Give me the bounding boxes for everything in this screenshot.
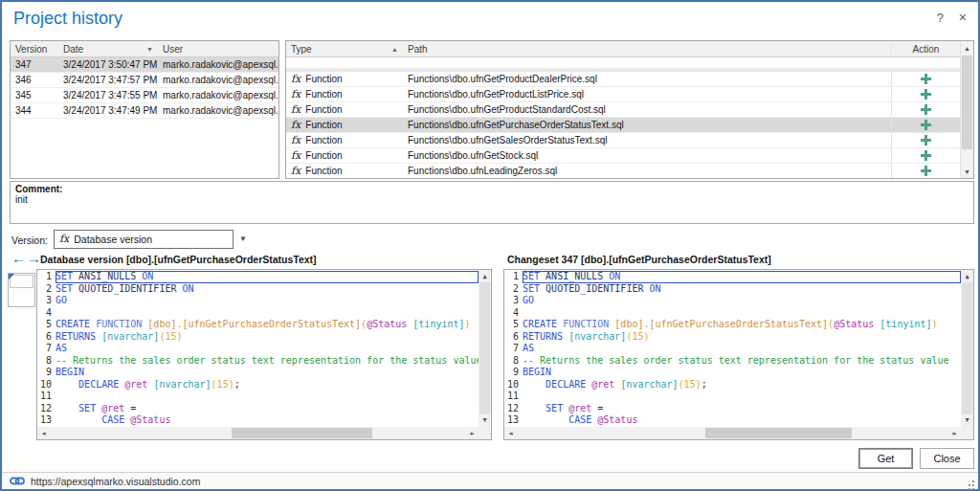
repository-url[interactable]: https://apexsqlmarko.visualstudio.com — [31, 476, 200, 487]
file-row[interactable]: fxFunctionFunctions\dbo.ufnGetSalesOrder… — [286, 133, 960, 148]
file-row[interactable]: fxFunctionFunctions\dbo.ufnGetPurchaseOr… — [286, 118, 960, 133]
scroll-down-icon[interactable]: ▼ — [479, 413, 491, 427]
code-line: 5CREATE FUNCTION [dbo].[ufnGetPurchaseOr… — [504, 319, 961, 331]
version-row[interactable]: 3463/24/2017 3:47:57 PMmarko.radakovic@a… — [11, 73, 278, 88]
help-icon[interactable]: ? — [937, 11, 944, 24]
column-header-date[interactable]: Date▼ — [58, 41, 158, 56]
scrollbar-thumb[interactable] — [479, 282, 490, 414]
line-number: 4 — [504, 307, 519, 320]
version-dropdown[interactable]: fx Database version — [54, 230, 234, 249]
file-row[interactable]: fxFunctionFunctions\dbo.ufnGetProductDea… — [286, 72, 960, 87]
add-to-project-icon[interactable] — [921, 120, 931, 130]
code-line: 2SET QUOTED_IDENTIFIER ON — [504, 283, 961, 296]
code-text: BEGIN — [523, 367, 961, 379]
add-to-project-icon[interactable] — [921, 89, 931, 100]
code-text: CREATE FUNCTION [dbo].[ufnGetPurchaseOrd… — [523, 319, 961, 331]
comment-text: init — [15, 194, 969, 205]
horizontal-scrollbar[interactable]: ◄ ► — [37, 427, 479, 439]
changed-objects-grid: Type▲ Path Action fxFunctionFunctions\db… — [285, 40, 974, 179]
fx-icon: fx — [59, 234, 69, 244]
line-number: 7 — [504, 343, 519, 355]
scroll-left-icon[interactable]: ◄ — [504, 427, 517, 439]
version-row[interactable]: 3453/24/2017 3:47:55 PMmarko.radakovic@a… — [11, 88, 278, 103]
next-difference-icon[interactable]: → — [27, 251, 41, 265]
user-cell: marko.radakovic@apexsql.com — [158, 103, 278, 118]
dropdown-arrow-icon[interactable]: ▼ — [239, 234, 247, 243]
file-row[interactable]: fxFunctionFunctions\dbo.ufnGetStock.sql — [286, 148, 960, 164]
add-to-project-icon[interactable] — [921, 150, 931, 161]
vertical-scrollbar[interactable]: ▲ ▼ — [479, 270, 491, 427]
file-row[interactable]: fxFunctionFunctions\dbo.ufnLeadingZeros.… — [286, 164, 960, 179]
previous-difference-icon[interactable]: ← — [11, 251, 26, 265]
code-body: 1SET ANSI_NULLS ON2SET QUOTED_IDENTIFIER… — [504, 270, 961, 427]
scroll-down-icon[interactable]: ▼ — [961, 413, 973, 427]
line-number: 9 — [504, 367, 519, 379]
diff-overview-map[interactable] — [8, 273, 35, 307]
line-number: 11 — [504, 391, 519, 403]
close-button[interactable]: Close — [920, 448, 974, 469]
changeset-code-panel[interactable]: 1SET ANSI_NULLS ON2SET QUOTED_IDENTIFIER… — [503, 269, 974, 440]
close-icon[interactable]: × — [959, 11, 967, 24]
vertical-scrollbar[interactable]: ▲ ▼ — [961, 270, 973, 427]
project-history-dialog: Project history ? × Version Date▼ User 3… — [0, 0, 980, 491]
code-line: 4 — [37, 307, 479, 320]
database-version-code-panel[interactable]: 1SET ANSI_NULLS ON2SET QUOTED_IDENTIFIER… — [36, 269, 492, 440]
code-line: 11 — [37, 391, 479, 403]
column-header-action[interactable]: Action — [891, 41, 960, 56]
status-bar: https://apexsqlmarko.visualstudio.com — [2, 472, 978, 489]
line-number: 5 — [37, 319, 52, 331]
horizontal-scrollbar[interactable]: ◄ ► — [504, 427, 961, 439]
add-to-project-icon[interactable] — [921, 74, 931, 84]
path-cell: Functions\dbo.ufnGetStock.sql — [403, 148, 891, 163]
scrollbar-thumb[interactable] — [962, 282, 972, 414]
add-to-project-icon[interactable] — [921, 104, 931, 115]
version-row[interactable]: 3443/24/2017 3:47:49 PMmarko.radakovic@a… — [11, 103, 278, 119]
column-header-type[interactable]: Type▲ — [286, 41, 403, 56]
scrollbar-thumb[interactable] — [962, 56, 972, 149]
files-grid-body: fxFunctionFunctions\dbo.ufnGetProductDea… — [286, 72, 960, 179]
code-text: RETURNS [nvarchar](15) — [56, 331, 479, 344]
scroll-right-icon[interactable]: ► — [948, 427, 961, 439]
scrollbar-thumb[interactable] — [705, 428, 852, 438]
line-number: 8 — [504, 355, 519, 368]
scroll-right-icon[interactable]: ► — [466, 427, 479, 439]
code-line: 10 DECLARE @ret [nvarchar](15); — [37, 379, 479, 391]
add-to-project-icon[interactable] — [921, 135, 931, 145]
code-text: GO — [523, 295, 961, 307]
line-number: 2 — [504, 283, 519, 296]
resize-grip[interactable] — [965, 477, 974, 486]
file-row[interactable]: fxFunctionFunctions\dbo.ufnGetProductSta… — [286, 102, 960, 118]
column-header-user[interactable]: User — [158, 41, 278, 56]
scroll-up-icon[interactable]: ▲ — [961, 270, 973, 283]
column-header-version[interactable]: Version — [11, 41, 58, 56]
date-cell: 3/24/2017 3:50:47 PM — [58, 57, 158, 72]
line-number: 1 — [504, 271, 519, 283]
line-number: 1 — [37, 271, 52, 283]
scroll-down-icon[interactable]: ▼ — [961, 165, 973, 178]
line-number: 4 — [37, 307, 52, 320]
scroll-left-icon[interactable]: ◄ — [37, 427, 50, 439]
get-button[interactable]: Get — [858, 448, 913, 469]
code-line: 1SET ANSI_NULLS ON — [37, 271, 479, 283]
line-number: 3 — [37, 295, 52, 307]
type-label: Function — [305, 135, 342, 145]
code-text: SET QUOTED_IDENTIFIER ON — [523, 283, 961, 296]
code-line: 4 — [504, 307, 961, 320]
code-body: 1SET ANSI_NULLS ON2SET QUOTED_IDENTIFIER… — [37, 270, 479, 427]
line-number: 10 — [37, 379, 52, 391]
code-line: 13 CASE @Status — [504, 414, 961, 427]
version-row[interactable]: 3473/24/2017 3:50:47 PMmarko.radakovic@a… — [11, 57, 278, 73]
files-grid-scrollbar[interactable]: ▲ ▼ — [960, 41, 973, 178]
code-line: 5CREATE FUNCTION [dbo].[ufnGetPurchaseOr… — [37, 319, 479, 331]
scrollbar-thumb[interactable] — [232, 428, 373, 438]
code-line: 7AS — [504, 343, 961, 355]
function-icon: fx — [291, 121, 301, 130]
scroll-up-icon[interactable]: ▲ — [961, 41, 973, 55]
column-header-path[interactable]: Path — [403, 41, 891, 56]
add-to-project-icon[interactable] — [921, 166, 931, 176]
version-cell: 344 — [11, 103, 58, 118]
file-row[interactable]: fxFunctionFunctions\dbo.ufnGetProductLis… — [286, 87, 960, 102]
scroll-up-icon[interactable]: ▲ — [479, 270, 491, 283]
scrollbar-corner — [479, 427, 491, 439]
code-line: 12 SET @ret = — [504, 403, 961, 415]
